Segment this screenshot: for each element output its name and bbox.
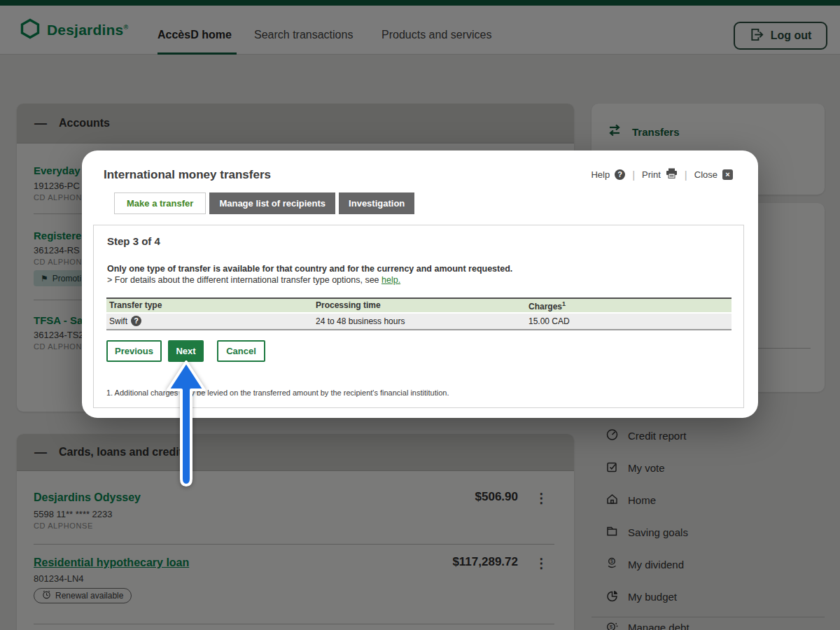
- tab-manage-recipients[interactable]: Manage list of recipients: [209, 192, 335, 214]
- cell-transfer-type: Swift ?: [106, 314, 313, 329]
- help-text-link[interactable]: help.: [382, 275, 400, 285]
- help-link[interactable]: Help ?: [591, 169, 625, 180]
- table-row: Swift ? 24 to 48 business hours 15.00 CA…: [106, 314, 732, 330]
- notice-text-details: > For details about the different intern…: [107, 275, 400, 285]
- modal-tabs: Make a transfer Manage list of recipient…: [114, 192, 414, 214]
- pointer-arrow: [160, 354, 216, 493]
- swift-info-icon[interactable]: ?: [131, 316, 141, 326]
- cancel-button[interactable]: Cancel: [217, 340, 265, 362]
- close-link[interactable]: Close ×: [694, 169, 733, 180]
- divider: |: [632, 169, 635, 181]
- table-header-row: Transfer type Processing time Charges1: [106, 298, 732, 314]
- print-link[interactable]: Print: [642, 168, 678, 181]
- close-icon: ×: [722, 169, 733, 180]
- modal-title: International money transfers: [104, 168, 271, 182]
- app-canvas: Desjardins® AccèsD home Search transacti…: [0, 0, 840, 630]
- tab-investigation[interactable]: Investigation: [339, 192, 414, 214]
- modal-utility-bar: Help ? | Print | Close ×: [591, 168, 733, 181]
- col-header-processing-time: Processing time: [313, 299, 526, 312]
- step-indicator: Step 3 of 4: [107, 235, 160, 247]
- col-header-charges: Charges1: [526, 299, 732, 312]
- col-header-transfer-type: Transfer type: [106, 299, 313, 312]
- cell-charges: 15.00 CAD: [526, 314, 732, 329]
- transfer-options-table: Transfer type Processing time Charges1 S…: [106, 298, 732, 330]
- cell-processing-time: 24 to 48 business hours: [313, 314, 526, 329]
- divider: |: [685, 169, 687, 181]
- tab-make-a-transfer[interactable]: Make a transfer: [114, 192, 206, 214]
- notice-text-bold: Only one type of transfer is available f…: [107, 264, 512, 274]
- printer-icon: [666, 168, 678, 181]
- previous-button[interactable]: Previous: [106, 340, 162, 362]
- footnote-text: 1. Additional charges may be levied on t…: [106, 388, 449, 397]
- help-question-icon: ?: [615, 169, 625, 180]
